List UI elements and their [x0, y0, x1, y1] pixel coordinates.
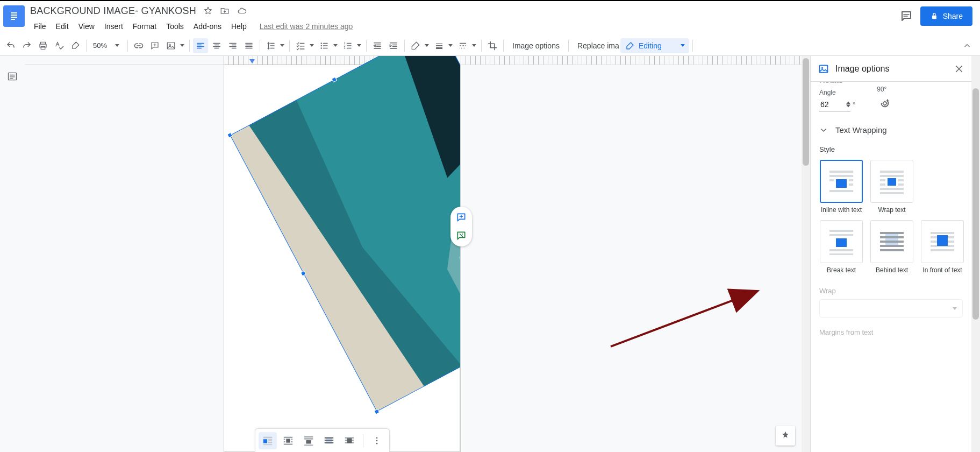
align-justify-button[interactable]: [241, 38, 256, 53]
menu-tools[interactable]: Tools: [162, 20, 188, 32]
border-weight-button[interactable]: [432, 38, 454, 53]
angle-value[interactable]: [819, 100, 838, 109]
menu-addons[interactable]: Add-ons: [190, 20, 225, 32]
add-comment-bubble[interactable]: [454, 210, 469, 225]
inline-icon[interactable]: [259, 432, 277, 449]
wrap-inline[interactable]: Inline with text: [819, 160, 863, 214]
rotate-section-label: Rotate: [819, 82, 963, 84]
bulleted-list-button[interactable]: [317, 38, 339, 53]
show-outline-button[interactable]: [7, 71, 18, 452]
ninety-label: 90°: [877, 86, 886, 93]
redo-button[interactable]: [19, 38, 34, 53]
margins-label: Margins from text: [819, 328, 963, 336]
checklist-button[interactable]: [293, 38, 316, 53]
svg-point-13: [321, 47, 322, 48]
svg-point-54: [821, 67, 823, 68]
menu-edit[interactable]: Edit: [52, 20, 73, 32]
indent-decrease-button[interactable]: [370, 38, 385, 53]
behind-icon[interactable]: [320, 432, 338, 449]
svg-rect-55: [883, 101, 887, 105]
title-bar: BACKGROUND IMAGE- GYANKOSH File Edit Vie…: [0, 1, 980, 36]
svg-rect-75: [829, 249, 853, 251]
svg-point-52: [376, 442, 378, 444]
menu-view[interactable]: View: [75, 20, 98, 32]
move-icon[interactable]: [220, 6, 230, 16]
border-dash-button[interactable]: [455, 38, 478, 53]
paint-format-button[interactable]: [68, 38, 83, 53]
crop-button[interactable]: [485, 38, 500, 53]
align-center-button[interactable]: [209, 38, 224, 53]
document-canvas[interactable]: [25, 56, 802, 452]
collapse-toolbar-button[interactable]: [960, 38, 975, 53]
front-icon[interactable]: [340, 432, 359, 449]
wrap-behind[interactable]: Behind text: [870, 220, 914, 274]
svg-rect-64: [880, 175, 904, 177]
suggest-edits-bubble[interactable]: [454, 228, 469, 243]
side-bubble: [450, 207, 472, 246]
mode-select[interactable]: Editing: [620, 38, 689, 53]
star-icon[interactable]: [203, 6, 213, 16]
svg-rect-88: [937, 235, 948, 246]
insert-link-button[interactable]: [131, 38, 146, 53]
menu-help[interactable]: Help: [227, 20, 251, 32]
zoom-select[interactable]: 50%: [90, 41, 124, 50]
border-color-button[interactable]: [408, 38, 431, 53]
wrap-text[interactable]: Wrap text: [870, 160, 914, 214]
svg-rect-43: [325, 437, 334, 438]
resize-handle[interactable]: [301, 271, 306, 277]
svg-rect-3: [11, 17, 17, 18]
svg-point-11: [321, 43, 322, 44]
menu-format[interactable]: Format: [129, 20, 160, 32]
comments-icon[interactable]: [900, 10, 913, 23]
svg-rect-79: [880, 236, 904, 238]
numbered-list-button[interactable]: 123: [340, 38, 363, 53]
image-options-button[interactable]: Image options: [507, 38, 565, 53]
rotate-90-button[interactable]: [877, 95, 893, 111]
spellcheck-button[interactable]: [52, 38, 67, 53]
svg-rect-8: [41, 46, 45, 49]
undo-button[interactable]: [3, 38, 18, 53]
svg-rect-53: [820, 65, 828, 72]
align-left-button[interactable]: [193, 38, 208, 53]
svg-rect-74: [836, 238, 847, 247]
last-edit[interactable]: Last edit was 2 minutes ago: [256, 20, 357, 32]
sidebar-scrollbar[interactable]: [971, 56, 980, 452]
more-icon[interactable]: [368, 432, 386, 449]
image-icon: [818, 63, 829, 74]
svg-rect-32: [286, 439, 290, 442]
svg-point-10: [169, 44, 170, 46]
svg-rect-67: [898, 179, 904, 181]
align-right-button[interactable]: [225, 38, 240, 53]
replace-image-button[interactable]: Replace image: [572, 38, 619, 53]
close-sidebar-button[interactable]: [954, 64, 964, 74]
docs-logo[interactable]: [3, 5, 25, 27]
wrap-icon[interactable]: [279, 432, 297, 449]
document-title[interactable]: BACKGROUND IMAGE- GYANKOSH: [30, 5, 196, 17]
svg-rect-4: [11, 19, 15, 20]
menu-file[interactable]: File: [30, 20, 50, 32]
svg-rect-57: [829, 175, 853, 177]
svg-rect-1: [11, 12, 17, 13]
text-wrapping-section[interactable]: Text Wrapping: [819, 125, 963, 135]
share-button[interactable]: Share: [920, 6, 972, 26]
svg-rect-31: [284, 436, 293, 437]
explore-button[interactable]: [776, 426, 795, 446]
svg-rect-33: [284, 439, 285, 440]
menu-insert[interactable]: Insert: [101, 20, 127, 32]
svg-rect-2: [11, 15, 17, 16]
angle-input[interactable]: [819, 97, 850, 111]
wrap-front[interactable]: In front of text: [920, 220, 964, 274]
break-icon[interactable]: [299, 432, 318, 449]
canvas-scrollbar[interactable]: [802, 56, 810, 452]
insert-image-button[interactable]: [163, 38, 186, 53]
share-label: Share: [943, 12, 963, 20]
line-spacing-button[interactable]: [263, 38, 286, 53]
svg-rect-9: [167, 43, 175, 49]
print-button[interactable]: [35, 38, 51, 53]
indent-increase-button[interactable]: [386, 38, 401, 53]
wrap-break[interactable]: Break text: [819, 220, 863, 274]
svg-rect-87: [931, 249, 954, 251]
add-comment-button[interactable]: [147, 38, 162, 53]
cloud-icon[interactable]: [237, 6, 247, 16]
svg-point-12: [321, 45, 322, 46]
